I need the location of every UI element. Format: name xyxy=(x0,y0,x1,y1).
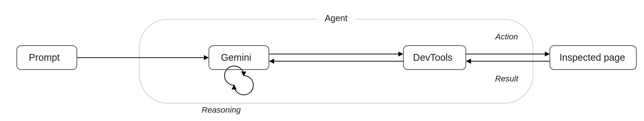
agent-architecture-diagram: Agent Prompt Gemini DevTools Inspected p… xyxy=(0,0,644,121)
node-gemini-label: Gemini xyxy=(221,52,252,63)
agent-group-label: Agent xyxy=(325,13,348,23)
node-gemini: Gemini xyxy=(209,46,269,70)
edge-gemini-self-loop xyxy=(224,66,253,95)
node-prompt: Prompt xyxy=(17,46,77,70)
node-inspected-page: Inspected page xyxy=(550,46,636,70)
edge-label-reasoning: Reasoning xyxy=(202,105,241,114)
node-devtools: DevTools xyxy=(404,46,466,70)
edge-label-action: Action xyxy=(495,32,518,41)
node-prompt-label: Prompt xyxy=(29,52,60,63)
edge-label-result: Result xyxy=(495,74,519,83)
node-devtools-label: DevTools xyxy=(413,52,452,63)
node-inspected-page-label: Inspected page xyxy=(560,52,625,63)
